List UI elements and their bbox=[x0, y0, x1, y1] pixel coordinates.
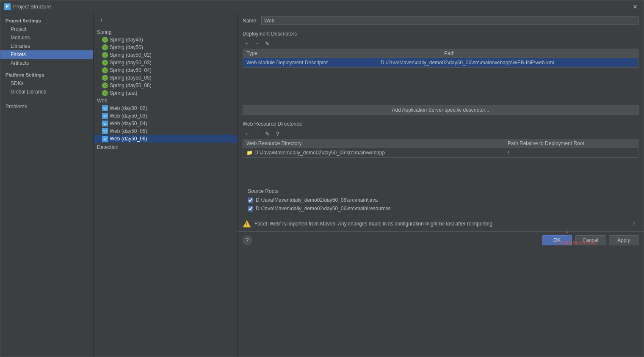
close-button[interactable]: ✕ bbox=[630, 3, 640, 11]
middle-panel: + − Spring 🌿 Spring (day49) 🌿 Spring (da… bbox=[94, 13, 238, 357]
project-structure-window: P Project Structure ✕ Project Settings P… bbox=[0, 0, 644, 357]
remove-web-resource-button[interactable]: − bbox=[253, 129, 261, 138]
web-resource-directories-header: Web Resource Directories bbox=[238, 118, 644, 129]
list-item[interactable]: W Web (day50_04) bbox=[94, 120, 237, 127]
spring-icon: 🌿 bbox=[102, 75, 108, 81]
edit-web-resource-button[interactable]: ✎ bbox=[263, 129, 271, 138]
sidebar-item-project[interactable]: Project bbox=[0, 25, 93, 33]
right-panel: Name: Deployment Descriptors + − ✎ Type … bbox=[238, 13, 644, 357]
sidebar-item-modules[interactable]: Modules bbox=[0, 33, 93, 42]
source-root-item: D:\Java\Maven\daily_demo02\day50_06\src\… bbox=[243, 204, 638, 213]
web-icon: W bbox=[102, 105, 108, 111]
web-resource-table-header: Web Resource Directory Path Relative to … bbox=[243, 139, 638, 148]
source-root-path: D:\Java\Maven\daily_demo02\day50_06\src\… bbox=[256, 197, 378, 203]
list-item[interactable]: W Web (day50_03) bbox=[94, 112, 237, 120]
title-bar: P Project Structure ✕ bbox=[0, 0, 644, 13]
type-column-header: Type bbox=[243, 49, 441, 58]
edit-descriptor-toolbar-button[interactable]: ✎ bbox=[263, 39, 271, 48]
web-icon: W bbox=[102, 128, 108, 134]
list-item[interactable]: W Web (day50_05) bbox=[94, 127, 237, 135]
web-resource-dir-cell: 📁 D:\Java\Maven\daily_demo02\day50_06\sr… bbox=[243, 148, 504, 157]
name-row: Name: bbox=[238, 13, 644, 28]
platform-settings-label: Platform Settings bbox=[0, 71, 93, 79]
facet-tree: Spring 🌿 Spring (day49) 🌿 Spring (day50)… bbox=[94, 27, 237, 357]
middle-toolbar: + − bbox=[94, 13, 237, 27]
detection-label: Detection bbox=[94, 143, 237, 152]
list-item[interactable]: 🌿 Spring (day50_06) bbox=[94, 82, 237, 89]
svg-text:!: ! bbox=[246, 222, 248, 228]
list-item[interactable]: 🌿 Spring (day50_04) bbox=[94, 66, 237, 74]
badge-num-1: 1 bbox=[566, 228, 568, 233]
list-item[interactable]: W Web (day50_06) bbox=[94, 135, 237, 143]
sidebar-item-libraries[interactable]: Libraries bbox=[0, 42, 93, 50]
add-descriptor-toolbar-button[interactable]: + bbox=[243, 39, 251, 48]
spring-icon: 🌿 bbox=[102, 82, 108, 88]
source-root-checkbox[interactable] bbox=[248, 198, 253, 203]
apply-button[interactable]: Apply bbox=[609, 235, 638, 245]
web-resource-spacer bbox=[238, 158, 644, 183]
remove-facet-button[interactable]: − bbox=[107, 16, 116, 24]
warning-text: Facet 'Web' is imported from Maven. Any … bbox=[254, 221, 629, 227]
deployment-descriptors-header: Deployment Descriptors bbox=[238, 28, 644, 38]
path-column-header: Path bbox=[441, 49, 638, 58]
source-root-item: D:\Java\Maven\daily_demo02\day50_06\src\… bbox=[243, 196, 638, 204]
web-icon: W bbox=[102, 121, 108, 126]
web-icon: W bbox=[102, 113, 108, 119]
web-resource-toolbar: + − ✎ ? bbox=[238, 129, 644, 139]
type-cell: Web Module Deployment Descriptor bbox=[243, 58, 377, 67]
project-settings-label: Project Settings bbox=[0, 16, 93, 25]
app-icon: P bbox=[4, 3, 11, 10]
list-item[interactable]: W Web (day50_02) bbox=[94, 104, 237, 112]
spring-icon: 🌿 bbox=[102, 90, 108, 96]
sidebar-item-facets[interactable]: Facets bbox=[0, 50, 93, 59]
num-badge-2: 2 bbox=[633, 221, 635, 226]
remove-descriptor-toolbar-button[interactable]: − bbox=[253, 39, 261, 48]
web-resource-section: Web Resource Directories + − ✎ ? Web Res… bbox=[238, 118, 644, 158]
source-root-checkbox[interactable] bbox=[248, 206, 253, 211]
name-input[interactable] bbox=[261, 16, 638, 25]
descriptor-spacer bbox=[238, 68, 644, 102]
spring-icon: 🌿 bbox=[102, 60, 108, 66]
spring-icon: 🌿 bbox=[102, 67, 108, 73]
list-item[interactable]: 🌿 Spring (test) bbox=[94, 89, 237, 97]
source-roots-header: Source Roots bbox=[243, 186, 638, 196]
sidebar-item-problems[interactable]: Problems bbox=[0, 101, 93, 112]
source-roots-section: Source Roots D:\Java\Maven\daily_demo02\… bbox=[238, 183, 644, 214]
sidebar-item-artifacts[interactable]: Artifacts bbox=[0, 59, 93, 67]
warning-icon: ! bbox=[243, 220, 251, 228]
web-resource-dir-header: Web Resource Directory bbox=[243, 139, 504, 148]
warning-row: ! Facet 'Web' is imported from Maven. An… bbox=[238, 216, 644, 231]
deployment-descriptors-table-header: Type Path bbox=[243, 49, 638, 58]
web-group-label: Web bbox=[94, 97, 237, 104]
sidebar-item-sdks[interactable]: SDKs bbox=[0, 79, 93, 88]
bottom-bar: ? 1 OK Cancel Apply CSDN@ShenChilde bbox=[238, 231, 644, 249]
spring-icon: 🌿 bbox=[102, 44, 108, 50]
deployment-descriptors-toolbar: + − ✎ bbox=[238, 38, 644, 49]
path-relative-cell: / bbox=[504, 148, 638, 157]
add-web-resource-button[interactable]: + bbox=[243, 129, 251, 138]
list-item[interactable]: 🌿 Spring (day49) bbox=[94, 36, 237, 44]
path-cell: D:\Java\Maven\daily_demo02\day50_06\src\… bbox=[377, 58, 638, 67]
spring-group-label: Spring bbox=[94, 28, 237, 36]
web-resource-table: Web Resource Directory Path Relative to … bbox=[243, 139, 638, 158]
list-item[interactable]: 🌿 Spring (day50_05) bbox=[94, 74, 237, 82]
add-application-server-descriptor-button[interactable]: Add Application Server specific descript… bbox=[243, 105, 638, 115]
add-facet-button[interactable]: + bbox=[97, 16, 105, 24]
help-web-resource-button[interactable]: ? bbox=[273, 129, 282, 138]
sidebar-item-global-libraries[interactable]: Global Libraries bbox=[0, 88, 93, 96]
list-item[interactable]: 🌿 Spring (day50_03) bbox=[94, 59, 237, 66]
source-root-path: D:\Java\Maven\daily_demo02\day50_06\src\… bbox=[256, 206, 391, 211]
window-title: Project Structure bbox=[13, 4, 630, 10]
spring-icon: 🌿 bbox=[102, 37, 108, 43]
name-label: Name: bbox=[243, 18, 258, 24]
list-item[interactable]: 🌿 Spring (day50) bbox=[94, 44, 237, 51]
path-relative-header: Path Relative to Deployment Root bbox=[504, 139, 638, 148]
spring-icon: 🌿 bbox=[102, 52, 108, 58]
web-icon: W bbox=[102, 136, 108, 142]
table-row[interactable]: Web Module Deployment Descriptor D:\Java… bbox=[243, 58, 638, 67]
watermark: CSDN@ShenChilde bbox=[555, 240, 597, 245]
table-row[interactable]: 📁 D:\Java\Maven\daily_demo02\day50_06\sr… bbox=[243, 148, 638, 157]
main-content: Project Settings Project Modules Librari… bbox=[0, 13, 644, 357]
help-button[interactable]: ? bbox=[243, 236, 252, 245]
list-item[interactable]: 🌿 Spring (day50_02) bbox=[94, 51, 237, 59]
